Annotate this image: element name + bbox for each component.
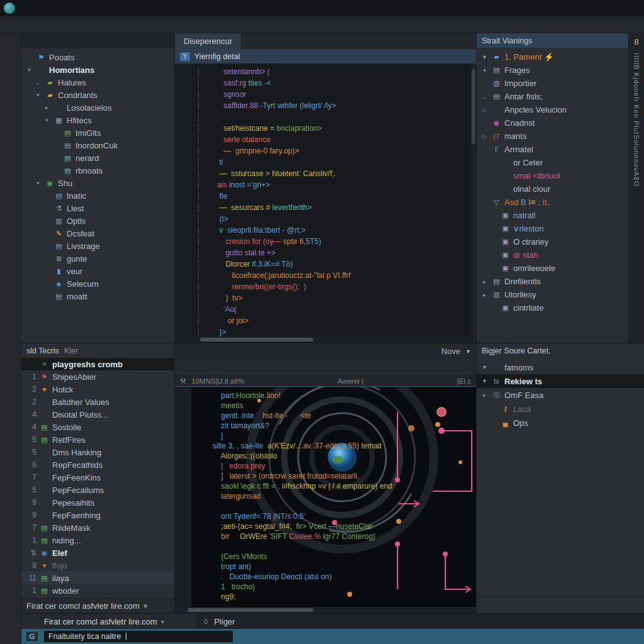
tree-item[interactable]: ⌄ ▰ Halures: [21, 76, 174, 89]
menu-item[interactable]: [83, 7, 93, 9]
expand-arrow-icon[interactable]: ⌄: [480, 94, 489, 100]
tree-item[interactable]: ⚗ Llest: [21, 202, 174, 214]
tree-item[interactable]: ▷ Anpcles Velucion: [477, 103, 628, 116]
expand-arrow-icon[interactable]: ▾: [480, 67, 489, 74]
tree-item[interactable]: ⌄ ▤ Antar fisls;: [477, 90, 628, 103]
list-item[interactable]: 9 Pepesaihits: [21, 496, 174, 509]
list-item[interactable]: 11 ▤ ilaya: [21, 572, 174, 584]
menu-item[interactable]: [103, 7, 113, 9]
tree-item[interactable]: ▮ veur: [21, 265, 174, 277]
toolbar-item[interactable]: [125, 23, 136, 26]
list-item[interactable]: 2 Baltdher Values: [21, 396, 174, 408]
tree-item[interactable]: ▾ ◉ Shu: [21, 177, 174, 189]
expand-arrow-icon[interactable]: ˊ: [480, 147, 489, 153]
pliger-label[interactable]: Pliger: [214, 617, 235, 626]
chevron-down-icon[interactable]: ▾: [143, 601, 148, 611]
tree-item[interactable]: ◉ Cnadnst: [477, 116, 628, 130]
project-tab[interactable]: [36, 33, 52, 48]
expand-arrow-icon[interactable]: ▾: [25, 67, 33, 73]
expand-arrow-icon[interactable]: ▸: [480, 292, 489, 298]
tree-item[interactable]: ▸ Ⓢ OmF Easa: [477, 388, 644, 402]
tree-item[interactable]: ▾ ▰ Condrlants: [21, 89, 174, 101]
nove-button[interactable]: Nove: [441, 347, 460, 356]
run-config-selector[interactable]: Firat cer comcl asfvletr lire.com ▾: [21, 614, 196, 629]
tree-item[interactable]: ▤ Inatic: [21, 189, 174, 202]
tree-item[interactable]: ▤ Livstrage: [21, 240, 174, 252]
tree-item[interactable]: ▸ ▥ Utorllesy: [477, 288, 628, 301]
menu-item[interactable]: [73, 7, 83, 9]
toolbar-item[interactable]: [170, 23, 181, 26]
tree-item[interactable]: ✎ Dcsfeat: [21, 227, 174, 240]
list-item[interactable]: 9 FepFaenhing: [21, 509, 174, 521]
tree-item[interactable]: ◈ Selecum: [21, 277, 174, 290]
toolbar-item[interactable]: [181, 23, 192, 26]
preview-tab[interactable]: [175, 343, 190, 359]
tree-item[interactable]: ▤ nerard: [21, 152, 174, 164]
menu-item[interactable]: [23, 7, 33, 9]
expand-arrow-icon[interactable]: ▷: [480, 133, 489, 140]
tree-item[interactable]: ▥ Importier: [477, 77, 628, 90]
tree-item[interactable]: ▷ (7 mants: [477, 130, 628, 143]
expand-arrow-icon[interactable]: ▾: [34, 92, 42, 98]
tree-item[interactable]: ▽ Asd B I≡ ; It.: [477, 196, 628, 209]
tree-item[interactable]: ▥ Optls: [21, 214, 174, 227]
expand-arrow-icon[interactable]: ▾: [43, 117, 51, 123]
stripe-tool-button[interactable]: IIIIIB Kjdonefr Ken PlutSolunnnovA8O: [633, 53, 640, 187]
tree-item[interactable]: ⚷ Laca: [477, 402, 644, 416]
tree-item[interactable]: ▾ ▤ Frages: [477, 64, 628, 77]
toolbar-item[interactable]: [91, 23, 102, 26]
expand-arrow-icon[interactable]: ▼: [480, 378, 489, 384]
expand-arrow-icon[interactable]: ▸: [480, 279, 489, 285]
list-item[interactable]: = playgreshs cromb: [21, 358, 174, 370]
menu-item[interactable]: [113, 7, 123, 9]
editor-hscrollbar[interactable]: [175, 336, 476, 343]
tree-item[interactable]: ▣ cintrliate: [477, 301, 628, 314]
toolbar-item[interactable]: [102, 23, 113, 26]
menu-item[interactable]: [63, 7, 73, 9]
tree-item[interactable]: ▣ natrall: [477, 209, 628, 222]
menu-item[interactable]: [133, 7, 143, 9]
editor-tab[interactable]: Diseperencur: [175, 33, 242, 49]
expand-arrow-icon[interactable]: ▾: [34, 180, 42, 186]
expand-arrow-icon[interactable]: ▸: [480, 392, 489, 398]
expand-arrow-icon[interactable]: ▷: [480, 107, 489, 113]
menu-item[interactable]: [93, 7, 103, 9]
menu-item[interactable]: [123, 7, 133, 9]
list-item[interactable]: 1 ⚑ ShipesAbier: [21, 370, 174, 383]
tree-item[interactable]: ▼ ▰ 1. Pament ⚡: [477, 50, 628, 64]
chevron-down-icon[interactable]: ▼: [465, 348, 471, 355]
tree-item[interactable]: ▾ Homortians: [21, 64, 174, 76]
list-item[interactable]: 2 ♥ Hotck: [21, 383, 174, 396]
expand-arrow-icon[interactable]: ⌄: [34, 79, 42, 86]
expand-arrow-icon[interactable]: ▼: [480, 54, 489, 60]
list-item[interactable]: 8 ▾ flojo: [21, 559, 174, 572]
tree-item[interactable]: olnal clour: [477, 182, 628, 196]
code-area[interactable]: │ setentannb> (│ sasf;rg tties -<│ sgnso…: [191, 64, 471, 336]
tree-item[interactable]: ▣ omrileeoele: [477, 262, 628, 275]
tree-item[interactable]: ≣ gunte: [21, 252, 174, 265]
list-item[interactable]: 5 Dms Hanking: [21, 446, 174, 458]
expand-arrow-icon[interactable]: ▸: [43, 104, 51, 111]
tree-item[interactable]: ▼ ts Rekiew ts: [477, 374, 644, 388]
list-item[interactable]: 4 Disotal Piulss...: [21, 408, 174, 421]
tree-item[interactable]: ˊ ⅼ' Arrnatel: [477, 143, 628, 156]
menu-item[interactable]: [33, 7, 43, 9]
toolbar-item[interactable]: [147, 23, 158, 26]
menu-item[interactable]: [53, 7, 63, 9]
tree-item[interactable]: ▤ ImiGlts: [21, 126, 174, 139]
preview-hscrollbar[interactable]: [175, 607, 476, 613]
editor-breadcrumb[interactable]: Y Yiernfig detal: [175, 49, 476, 64]
toolbar-item[interactable]: [79, 23, 91, 26]
list-item[interactable]: 5 ▤ RetfFires: [21, 433, 174, 446]
menu-item[interactable]: [43, 7, 53, 9]
toolbar-item[interactable]: [113, 23, 125, 26]
tree-item[interactable]: ⚑ Pooats: [21, 51, 174, 64]
toolbar-item[interactable]: [158, 23, 170, 26]
list-item[interactable]: 7 ▤ RiideMask: [21, 521, 174, 534]
tree-item[interactable]: ▼ fatnoms: [477, 360, 644, 374]
tree-item[interactable]: ▸ ▤ Drefilentls: [477, 275, 628, 288]
tree-item[interactable]: ▣ ∨rleston: [477, 222, 628, 235]
preview-tab[interactable]: [190, 343, 205, 359]
list-item[interactable]: 4 ▤ Sostolle: [21, 421, 174, 433]
tree-item[interactable]: ▤ InordonCuk: [21, 139, 174, 152]
